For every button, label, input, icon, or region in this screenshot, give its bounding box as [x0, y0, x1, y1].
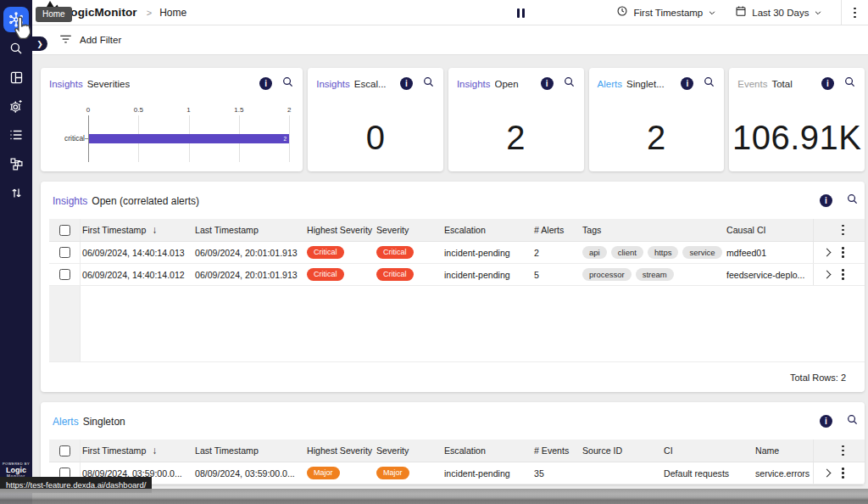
column-header-escalation[interactable]: Escalation [442, 225, 532, 235]
search-icon[interactable] [843, 76, 856, 92]
expand-row-chevron[interactable]: › [823, 249, 832, 257]
alerts-count-cell: 2 [532, 248, 581, 258]
column-header-last-timestamp[interactable]: Last Timestamp [193, 225, 305, 235]
table-kebab[interactable] [840, 225, 856, 236]
info-icon[interactable]: i [821, 77, 834, 90]
severity-badge: Major [307, 467, 340, 480]
search-icon[interactable] [846, 413, 859, 429]
column-header-severity[interactable]: Severity [375, 225, 442, 235]
first-timestamp-cell: 06/09/2024, 14:40:14.012 [81, 270, 193, 280]
column-header-name[interactable]: Name [754, 445, 813, 456]
more-options-kebab[interactable] [852, 8, 868, 19]
breadcrumb[interactable]: Home [159, 7, 186, 19]
search-icon[interactable] [846, 193, 859, 209]
card-title: Severities [87, 79, 131, 89]
chart-bar-critical[interactable]: 2 [89, 134, 289, 143]
last-timestamp-cell: 06/09/2024, 20:01:01.913 [193, 270, 305, 280]
bottom-bar-overlay [0, 489, 868, 504]
search-icon[interactable] [422, 76, 435, 92]
sort-timestamp-dropdown[interactable]: First Timestamp [616, 5, 716, 20]
info-icon[interactable]: i [681, 77, 693, 90]
card-insights-escalated[interactable]: Insights Escal... i 0 [308, 68, 443, 171]
column-header-escalation[interactable]: Escalation [442, 445, 532, 456]
ci-cell: Default requests [662, 468, 754, 479]
column-header-alerts[interactable]: # Alerts [532, 225, 581, 235]
column-header-last-timestamp[interactable]: Last Timestamp [193, 445, 305, 456]
column-header-tags[interactable]: Tags [581, 225, 725, 235]
column-header-source-id[interactable]: Source ID [581, 445, 662, 456]
select-all-checkbox[interactable] [49, 440, 81, 462]
page: POWERED BY Logic Monitor LogicMonitor > … [0, 0, 868, 504]
sidebar-item-dashboards[interactable] [3, 64, 29, 90]
row-checkbox[interactable] [49, 264, 81, 285]
tag: api [582, 246, 607, 260]
empty-table-space [49, 286, 865, 362]
card-value: 2 [457, 92, 576, 164]
alerts-singleton-panel: Alerts Singleton i First Timestamp↓ Last… [41, 402, 865, 484]
column-header-first-timestamp[interactable]: First Timestamp↓ [81, 224, 193, 236]
column-header-highest-severity[interactable]: Highest Severity [305, 225, 375, 235]
card-insights-open[interactable]: Insights Open i 2 [448, 68, 584, 171]
card-alerts-singleton[interactable]: Alerts Singlet... i 2 [589, 68, 725, 171]
row-kebab[interactable] [840, 247, 856, 258]
sidebar-item-list[interactable] [3, 122, 29, 148]
topbar-controls: First Timestamp Last 30 Days [517, 0, 868, 25]
info-icon[interactable]: i [820, 194, 832, 207]
pause-button[interactable] [517, 8, 525, 18]
row-kebab[interactable] [840, 269, 856, 280]
brand-name: LogicMonitor [64, 6, 137, 19]
sidebar-item-transfer[interactable] [3, 180, 29, 205]
date-range-dropdown[interactable]: Last 30 Days [735, 5, 822, 20]
escalation-cell: incident-pending [442, 270, 532, 280]
top-bar: LogicMonitor > Home First Timestamp Last… [32, 0, 868, 25]
x-tick: 1.5 [234, 106, 243, 114]
severity-cell: Major [375, 467, 442, 480]
card-title: Singlet... [626, 79, 665, 89]
column-header-highest-severity[interactable]: Highest Severity [305, 445, 375, 456]
tag: processor [582, 268, 632, 282]
column-header-first-timestamp[interactable]: First Timestamp↓ [81, 445, 193, 456]
search-icon[interactable] [563, 76, 576, 92]
card-events-total[interactable]: Events Total i 106.91K [729, 68, 865, 171]
table-row[interactable]: 06/09/2024, 14:40:14.013 06/09/2024, 20:… [49, 242, 865, 264]
column-header-events[interactable]: # Events [532, 445, 581, 456]
search-icon[interactable] [703, 76, 715, 92]
select-all-checkbox[interactable] [49, 219, 81, 241]
add-filter-button[interactable]: Add Filter [80, 35, 121, 45]
list-icon [8, 127, 24, 143]
card-value: 106.91K [737, 92, 856, 164]
expand-row-chevron[interactable]: › [823, 469, 832, 478]
table-row[interactable]: 06/09/2024, 14:40:14.012 06/09/2024, 20:… [49, 264, 865, 286]
table-row[interactable]: 08/09/2024, 03:59:00.0... 08/09/2024, 03… [49, 462, 865, 484]
severity-badge: Critical [307, 246, 344, 260]
sidebar-item-topology[interactable] [3, 151, 29, 176]
row-checkbox[interactable] [49, 242, 81, 263]
info-icon[interactable]: i [541, 77, 554, 90]
severity-badge: Major [376, 467, 409, 480]
row-kebab[interactable] [840, 468, 856, 479]
content: Insights Severities i critical 0 0.5 1 [32, 55, 868, 504]
severity-badge: Critical [376, 268, 414, 282]
expand-row-chevron[interactable]: › [823, 271, 832, 279]
panel-title: Open (correlated alerts) [92, 195, 199, 207]
info-icon[interactable]: i [400, 77, 413, 90]
tags-cell: api client https service [581, 246, 725, 260]
card-value: 0 [316, 92, 435, 164]
info-icon[interactable]: i [259, 77, 272, 90]
escalation-cell: incident-pending [442, 468, 532, 479]
sort-timestamp-label: First Timestamp [633, 8, 703, 18]
column-header-causal-ci[interactable]: Causal CI [725, 225, 813, 235]
info-icon[interactable]: i [820, 415, 832, 428]
search-icon[interactable] [281, 76, 294, 92]
table-kebab[interactable] [840, 445, 856, 456]
card-insights-severities[interactable]: Insights Severities i critical 0 0.5 1 [41, 68, 303, 171]
severity-badge: Critical [307, 268, 344, 282]
card-group-label: Insights [49, 79, 83, 89]
column-header-ci[interactable]: CI [662, 445, 754, 456]
severity-badge: Critical [376, 246, 414, 260]
tag: stream [636, 268, 674, 282]
clock-icon [616, 5, 628, 20]
filter-icon [59, 32, 72, 48]
sidebar-item-settings[interactable] [3, 93, 29, 119]
column-header-severity[interactable]: Severity [375, 445, 442, 456]
